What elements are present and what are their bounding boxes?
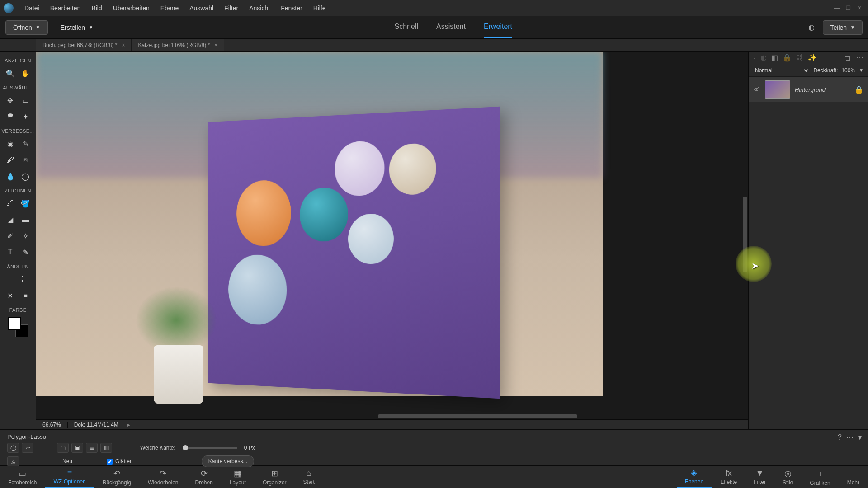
- selection-subtract-icon[interactable]: ▤: [86, 443, 98, 453]
- opacity-value[interactable]: 100%: [841, 67, 855, 74]
- more-options-icon[interactable]: ⋯: [846, 433, 854, 442]
- bb-filter[interactable]: ▼ Filter: [745, 466, 774, 488]
- file-tab-buch[interactable]: Buch.jpeg bei 66,7% (RGB/8) * ×: [36, 39, 132, 51]
- theme-toggle-icon[interactable]: ◐: [807, 23, 816, 33]
- vertical-scrollbar[interactable]: [742, 52, 748, 397]
- bb-layout[interactable]: ▦ Layout: [222, 466, 255, 488]
- sponge-tool-icon[interactable]: ◯: [19, 170, 32, 183]
- eraser-tool-icon[interactable]: ◢: [4, 213, 17, 226]
- eyedropper-tool-icon[interactable]: ✐: [4, 230, 17, 242]
- new-layer-icon[interactable]: ▫: [753, 54, 756, 62]
- menu-ebene[interactable]: Ebene: [155, 5, 184, 12]
- menu-hilfe[interactable]: Hilfe: [308, 5, 331, 12]
- window-maximize-icon[interactable]: ❐: [846, 5, 851, 11]
- straighten-tool-icon[interactable]: ≡: [19, 289, 32, 302]
- menu-bild[interactable]: Bild: [86, 5, 107, 12]
- bb-wz-optionen[interactable]: ≡ WZ-Optionen: [45, 466, 94, 488]
- bb-mehr[interactable]: ⋯ Mehr: [839, 466, 868, 488]
- gradient-tool-icon[interactable]: ▬: [19, 213, 32, 226]
- bb-effekte[interactable]: fx Effekte: [712, 466, 745, 488]
- help-icon[interactable]: ?: [838, 433, 842, 442]
- menu-bearbeiten[interactable]: Bearbeiten: [45, 5, 86, 12]
- smart-brush-tool-icon[interactable]: 🖌: [4, 154, 17, 166]
- file-tab-katze[interactable]: Katze.jpg bei 116% (RGB/8) * ×: [132, 39, 224, 51]
- menu-ueberarbeiten[interactable]: Überarbeiten: [108, 5, 155, 12]
- redeye-tool-icon[interactable]: ◉: [4, 137, 17, 150]
- trash-icon[interactable]: 🗑: [844, 54, 852, 62]
- adjustment-layer-icon[interactable]: ◐: [760, 53, 767, 62]
- create-button[interactable]: Erstellen ▼: [53, 21, 100, 34]
- hand-tool-icon[interactable]: ✋: [19, 67, 32, 80]
- bb-organizer[interactable]: ⊞ Organizer: [255, 466, 295, 488]
- content-aware-tool-icon[interactable]: ✕: [4, 289, 17, 302]
- feather-slider[interactable]: [183, 447, 237, 449]
- recompose-tool-icon[interactable]: ⛶: [19, 273, 32, 286]
- document-image: [36, 52, 603, 396]
- collapse-icon[interactable]: ▾: [858, 433, 862, 442]
- selection-new-icon[interactable]: ▢: [57, 443, 69, 453]
- tab-expert[interactable]: Erweitert: [484, 16, 512, 38]
- selection-add-icon[interactable]: ▣: [71, 443, 83, 453]
- close-icon[interactable]: ×: [122, 42, 125, 48]
- magnetic-lasso-variant-icon[interactable]: ◬: [7, 456, 19, 466]
- selection-intersect-icon[interactable]: ▥: [100, 443, 112, 453]
- visibility-icon[interactable]: 👁: [753, 85, 760, 94]
- refine-edge-button[interactable]: Kante verbess...: [202, 455, 255, 467]
- lock-icon[interactable]: 🔒: [854, 85, 863, 94]
- move-tool-icon[interactable]: ✥: [4, 94, 17, 107]
- layers-panel: ▫ ◐ ◧ 🔒 ⛓ ✨ 🗑 ⋯ Normal Deckkraft: 100% ▼…: [748, 52, 868, 429]
- lasso-tool-icon[interactable]: [4, 110, 17, 123]
- lock-icon[interactable]: 🔒: [783, 53, 792, 62]
- magic-wand-tool-icon[interactable]: ✦: [19, 110, 32, 123]
- menu-ansicht[interactable]: Ansicht: [244, 5, 275, 12]
- spot-heal-tool-icon[interactable]: ✎: [19, 137, 32, 150]
- window-close-icon[interactable]: ✕: [857, 5, 862, 11]
- chevron-right-icon[interactable]: ▸: [125, 422, 133, 428]
- bb-rueckgaengig[interactable]: ↶ Rückgängig: [94, 466, 140, 488]
- clone-stamp-tool-icon[interactable]: ⧈: [19, 154, 32, 166]
- blur-tool-icon[interactable]: 💧: [4, 170, 17, 183]
- close-icon[interactable]: ×: [214, 42, 217, 48]
- open-button[interactable]: Öffnen ▼: [5, 20, 48, 35]
- fx-icon[interactable]: ✨: [808, 53, 817, 62]
- open-button-label: Öffnen: [13, 24, 32, 31]
- bb-ebenen[interactable]: ◈ Ebenen: [677, 466, 712, 488]
- pencil-tool-icon[interactable]: ✎: [19, 246, 32, 258]
- menu-auswahl[interactable]: Auswahl: [184, 5, 219, 12]
- feather-value: 0 Px: [244, 445, 255, 451]
- link-icon[interactable]: ⛓: [796, 54, 803, 62]
- foreground-color-swatch[interactable]: [8, 317, 21, 330]
- blend-mode-select[interactable]: Normal: [753, 67, 810, 74]
- bb-start[interactable]: ⌂ Start: [295, 466, 323, 488]
- tab-guided[interactable]: Assistent: [436, 16, 466, 38]
- horizontal-scrollbar[interactable]: [36, 413, 748, 419]
- shape-tool-icon[interactable]: ✧: [19, 230, 32, 242]
- window-minimize-icon[interactable]: —: [834, 5, 840, 11]
- brush-tool-icon[interactable]: 🖊: [4, 197, 17, 210]
- bb-stile[interactable]: ◎ Stile: [774, 466, 802, 488]
- polygon-lasso-variant-icon[interactable]: ▱: [22, 443, 33, 453]
- menu-datei[interactable]: Datei: [19, 5, 45, 12]
- type-tool-icon[interactable]: T: [4, 246, 17, 258]
- zoom-tool-icon[interactable]: 🔍: [4, 67, 17, 80]
- canvas-viewport[interactable]: [36, 52, 748, 413]
- bb-fotobereich[interactable]: ▭ Fotobereich: [0, 466, 45, 488]
- layer-row[interactable]: 👁 Hintergrund 🔒: [749, 77, 868, 102]
- bb-wiederholen[interactable]: ↷ Wiederholen: [140, 466, 187, 488]
- color-swatch[interactable]: [8, 317, 28, 337]
- antialias-checkbox[interactable]: Glätten: [107, 458, 133, 465]
- paint-bucket-tool-icon[interactable]: 🪣: [19, 197, 32, 210]
- menu-filter[interactable]: Filter: [219, 5, 244, 12]
- bb-grafiken[interactable]: ＋ Grafiken: [802, 466, 839, 488]
- tab-quick[interactable]: Schnell: [395, 16, 418, 38]
- panel-menu-icon[interactable]: ⋯: [856, 53, 863, 62]
- crop-tool-icon[interactable]: ⌗: [4, 273, 17, 286]
- bb-drehen[interactable]: ⟳ Drehen: [187, 466, 221, 488]
- chevron-down-icon[interactable]: ▼: [859, 68, 863, 73]
- lasso-variant-icon[interactable]: ◯: [7, 443, 19, 453]
- marquee-tool-icon[interactable]: ▭: [19, 94, 32, 107]
- mask-icon[interactable]: ◧: [771, 53, 778, 62]
- menu-fenster[interactable]: Fenster: [275, 5, 307, 12]
- share-button[interactable]: Teilen ▼: [823, 20, 863, 35]
- antialias-checkbox-input[interactable]: [107, 459, 113, 465]
